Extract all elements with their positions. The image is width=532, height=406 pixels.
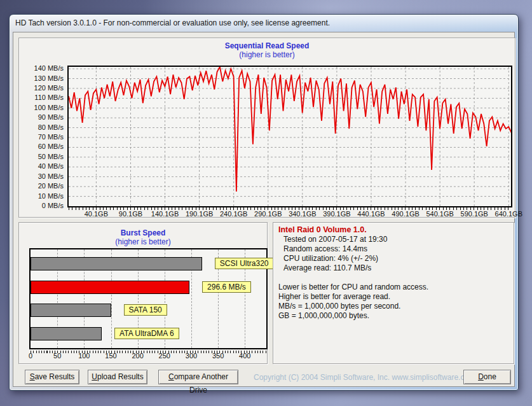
window-title: HD Tach version 3.0.1.0 - For non-commer… bbox=[15, 18, 330, 27]
y-tick-label: 20 MB/s bbox=[23, 182, 64, 190]
burst-speed-panel: Burst Speed (higher is better) SCSI Ultr… bbox=[18, 222, 268, 364]
save-button[interactable]: Save Results bbox=[25, 370, 79, 384]
drive-info-details: Tested on 2007-05-17 at 19:30Random acce… bbox=[278, 235, 508, 273]
sequential-line-svg bbox=[69, 67, 511, 206]
copyright-text: Copyright (C) 2004 Simpli Software, Inc.… bbox=[254, 373, 454, 382]
y-tick-label: 130 MB/s bbox=[23, 74, 64, 82]
y-tick-label: 0 MB/s bbox=[23, 202, 64, 209]
x-tick-label: 190.1GB bbox=[181, 210, 219, 218]
burst-bar-label: SATA 150 bbox=[124, 304, 167, 316]
hdtach-window: HD Tach version 3.0.1.0 - For non-commer… bbox=[9, 14, 519, 391]
y-tick-label: 100 MB/s bbox=[23, 104, 64, 111]
burst-bar bbox=[31, 327, 102, 340]
info-detail-line: Average read: 110.7 MB/s bbox=[278, 263, 508, 273]
y-tick-label: 70 MB/s bbox=[23, 133, 64, 141]
upload-button[interactable]: Upload Results bbox=[88, 370, 147, 384]
info-detail-line: Random access: 14.4ms bbox=[278, 244, 508, 254]
x-tick-label: 240.1GB bbox=[215, 210, 253, 218]
burst-x-tick-label: 100 bbox=[71, 352, 97, 360]
drive-info-panel: Intel Raid 0 Volume 1.0. Tested on 2007-… bbox=[273, 222, 514, 364]
info-note-line: Lower is better for CPU and random acces… bbox=[278, 283, 508, 292]
info-note-line: GB = 1,000,000,000 bytes. bbox=[278, 311, 508, 321]
x-tick-label: 290.1GB bbox=[249, 210, 287, 218]
burst-x-tick-label: 200 bbox=[125, 352, 151, 360]
compare-button[interactable]: Compare Another Drive bbox=[158, 370, 238, 384]
x-tick-label: 540.1GB bbox=[421, 210, 459, 218]
burst-plot-frame: SCSI Ultra320296.6 MB/sSATA 150ATA Ultra… bbox=[29, 248, 268, 349]
x-tick-label: 340.1GB bbox=[283, 210, 322, 218]
sequential-read-line bbox=[69, 67, 511, 192]
burst-bar bbox=[31, 304, 111, 317]
burst-bar-label: ATA UltraDMA 6 bbox=[114, 328, 179, 339]
burst-x-tick-label: 50 bbox=[44, 352, 70, 360]
y-tick-label: 110 MB/s bbox=[23, 94, 64, 101]
x-tick-label: 490.1GB bbox=[386, 210, 425, 218]
y-tick-label: 30 MB/s bbox=[23, 172, 64, 180]
burst-chart-subtitle: (higher is better) bbox=[19, 237, 267, 246]
client-area: Sequential Read Speed (higher is better)… bbox=[13, 32, 515, 387]
burst-x-tick-label: 250 bbox=[152, 352, 177, 360]
burst-bar bbox=[31, 257, 202, 270]
x-tick-label: 640.1GB bbox=[489, 210, 528, 218]
burst-chart-title: Burst Speed bbox=[19, 228, 267, 237]
y-tick-label: 80 MB/s bbox=[23, 123, 64, 131]
burst-bar-label: 296.6 MB/s bbox=[202, 281, 251, 293]
drive-info-notes: Lower is better for CPU and random acces… bbox=[278, 283, 508, 321]
burst-x-tick-label: 400 bbox=[232, 352, 257, 360]
burst-bar bbox=[31, 281, 189, 294]
y-tick-label: 50 MB/s bbox=[23, 153, 64, 160]
y-tick-label: 40 MB/s bbox=[23, 162, 64, 170]
x-tick-label: 40.1GB bbox=[77, 210, 115, 218]
x-tick-label: 440.1GB bbox=[352, 210, 390, 218]
x-tick-label: 90.1GB bbox=[111, 210, 149, 218]
sequential-plot bbox=[67, 66, 512, 207]
sequential-chart-subtitle: (higher is better) bbox=[19, 50, 515, 59]
y-tick-label: 90 MB/s bbox=[23, 113, 64, 121]
burst-bar-label: SCSI Ultra320 bbox=[215, 258, 274, 269]
burst-x-tick-label: 350 bbox=[205, 352, 231, 360]
burst-x-tick-label: 150 bbox=[98, 352, 123, 360]
info-note-line: Higher is better for average read. bbox=[278, 292, 508, 302]
x-tick-label: 140.1GB bbox=[146, 210, 184, 218]
x-tick-label: 590.1GB bbox=[455, 210, 493, 218]
sequential-chart-title: Sequential Read Speed bbox=[19, 41, 515, 50]
y-tick-label: 10 MB/s bbox=[23, 192, 64, 200]
info-note-line: MB/s = 1,000,000 bytes per second. bbox=[278, 302, 508, 311]
info-spacer bbox=[278, 273, 508, 283]
x-tick-label: 390.1GB bbox=[318, 210, 356, 218]
window-titlebar[interactable]: HD Tach version 3.0.1.0 - For non-commer… bbox=[10, 15, 518, 32]
sequential-read-panel: Sequential Read Speed (higher is better)… bbox=[18, 38, 515, 218]
y-tick-label: 140 MB/s bbox=[23, 64, 64, 72]
burst-x-tick-label: 0 bbox=[18, 352, 43, 360]
done-button[interactable]: Done bbox=[463, 370, 511, 384]
info-detail-line: Tested on 2007-05-17 at 19:30 bbox=[278, 235, 508, 244]
y-tick-label: 60 MB/s bbox=[23, 143, 64, 150]
y-tick-label: 120 MB/s bbox=[23, 84, 64, 92]
desktop: { "window": { "title": "HD Tach version … bbox=[0, 0, 532, 406]
info-detail-line: CPU utilization: 4% (+/- 2%) bbox=[278, 254, 508, 263]
drive-name-heading: Intel Raid 0 Volume 1.0. bbox=[278, 225, 508, 235]
burst-x-tick-label: 300 bbox=[179, 352, 204, 360]
